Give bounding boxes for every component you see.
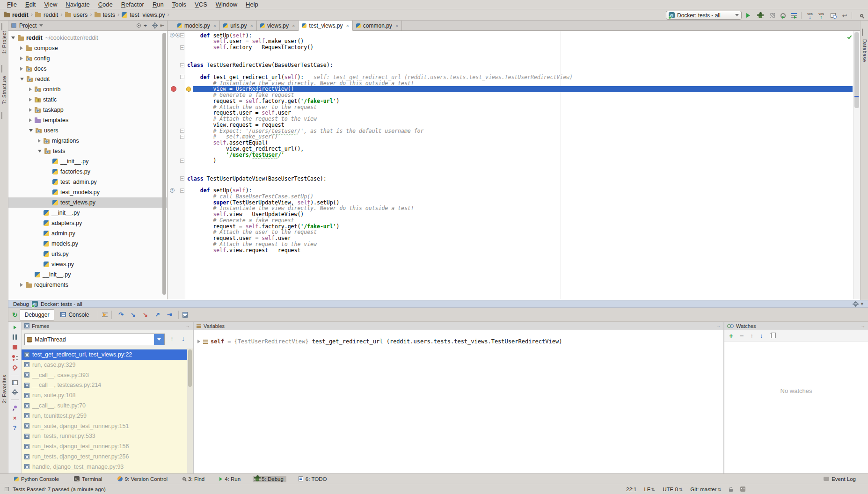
debug-button[interactable]	[756, 11, 765, 20]
panel-options-icon[interactable]: →	[861, 323, 865, 328]
breadcrumb-item[interactable]: tests	[95, 12, 115, 18]
stop-icon[interactable]	[13, 345, 17, 349]
frame-row[interactable]: run, tcunittest.py:259	[22, 411, 187, 421]
close-tab-icon[interactable]: ×	[250, 23, 253, 29]
step-into-icon[interactable]: ↘	[128, 311, 138, 318]
lock-icon[interactable]	[729, 489, 733, 492]
intention-bulb-icon[interactable]	[186, 87, 191, 91]
menu-item-vcs[interactable]: VCS	[190, 0, 212, 9]
chevron-collapsed-icon[interactable]	[29, 98, 32, 102]
show-execution-point-icon[interactable]	[102, 312, 108, 317]
frame-row[interactable]: run, suite.py:108	[22, 390, 187, 400]
tree-row[interactable]: test_models.py	[8, 187, 167, 197]
collapse-all-icon[interactable]: ÷	[144, 23, 147, 29]
fold-marker[interactable]: −	[180, 63, 184, 67]
tree-row[interactable]: users	[8, 125, 167, 136]
tree-row[interactable]: requirements	[8, 280, 167, 290]
profiler-button[interactable]	[779, 11, 787, 20]
tree-row[interactable]: reddit~/cookiecutter/reddit	[8, 33, 167, 43]
status-widget-utf-8[interactable]: UTF-8⇅	[663, 487, 683, 492]
gear-icon[interactable]	[853, 302, 858, 306]
pause-icon[interactable]	[13, 334, 17, 340]
step-out-icon[interactable]: ↗	[152, 311, 162, 318]
tool-window-button-5-debug[interactable]: 5: Debug	[253, 476, 286, 482]
chevron-expanded-icon[interactable]	[29, 129, 33, 132]
menu-item-tools[interactable]: Tools	[168, 0, 190, 9]
search-everywhere-icon[interactable]	[857, 11, 866, 20]
frame-row[interactable]: run_tests, django_test_runner.py:156	[22, 441, 187, 451]
status-widget-22-1[interactable]: 22:1	[626, 487, 636, 492]
move-watch-down-icon[interactable]: ↓	[760, 332, 763, 339]
tree-row[interactable]: views.py	[8, 259, 167, 269]
code-line[interactable]: self.view.request = request	[185, 247, 853, 254]
tree-row[interactable]: docs	[8, 64, 167, 74]
menu-item-help[interactable]: Help	[241, 0, 263, 9]
thread-select[interactable]: MainThread	[24, 334, 165, 345]
chevron-collapsed-icon[interactable]	[29, 87, 32, 91]
tree-row[interactable]: __init__.py	[8, 208, 167, 218]
editor-tab[interactable]: test_views.py×	[299, 21, 352, 31]
tree-row[interactable]: factories.py	[8, 167, 167, 177]
chevron-expanded-icon[interactable]	[11, 36, 15, 39]
chevron-collapsed-icon[interactable]	[29, 108, 32, 112]
chevron-collapsed-icon[interactable]	[20, 283, 23, 287]
method-marker-down-icon[interactable]: ↓	[175, 33, 180, 37]
frame-row[interactable]: __call__, testcases.py:214	[22, 380, 187, 390]
mute-breakpoints-icon[interactable]	[13, 365, 17, 370]
breadcrumb-item[interactable]: reddit	[35, 12, 58, 18]
pin-tab-icon[interactable]	[12, 405, 18, 411]
close-icon[interactable]: ×	[13, 416, 17, 421]
tool-window-button-python-console[interactable]: Python Console	[11, 476, 62, 482]
breadcrumb-item[interactable]: reddit	[4, 12, 29, 18]
tree-row[interactable]: tests	[8, 146, 167, 156]
menu-item-navigate[interactable]: Navigate	[61, 0, 94, 9]
tree-row[interactable]: models.py	[8, 239, 167, 249]
menu-item-run[interactable]: Run	[148, 0, 168, 9]
tree-row[interactable]: contrib	[8, 84, 167, 94]
fold-marker[interactable]: −	[180, 33, 184, 37]
concurrency-diagram-button[interactable]	[790, 11, 798, 20]
panel-options-icon[interactable]: →	[716, 323, 721, 328]
tool-window-button-9-version-control[interactable]: 9: Version Control	[115, 476, 170, 482]
rerun-icon[interactable]: ↻	[12, 312, 18, 318]
chevron-collapsed-icon[interactable]	[20, 46, 23, 50]
tool-button-structure[interactable]: 7: Structure	[1, 76, 7, 104]
chevron-collapsed-icon[interactable]	[38, 139, 41, 143]
locate-file-icon[interactable]	[137, 23, 141, 28]
chevron-down-icon[interactable]	[39, 24, 43, 29]
breadcrumb-item[interactable]: users	[65, 12, 88, 18]
error-stripe[interactable]	[853, 31, 860, 299]
editor-tab[interactable]: urls.py×	[220, 21, 257, 30]
editor-tab[interactable]: views.py×	[257, 21, 299, 30]
status-widget-git-master[interactable]: Git: master⇅	[690, 487, 722, 492]
fold-marker[interactable]: −	[180, 45, 184, 50]
tree-row[interactable]: taskapp	[8, 105, 167, 115]
tool-window-button-6-todo[interactable]: 6: TODO	[296, 476, 330, 482]
step-over-icon[interactable]: ↷	[116, 311, 126, 318]
close-tab-icon[interactable]: ×	[346, 23, 349, 29]
method-marker-up-icon[interactable]: ↑	[170, 33, 175, 37]
tool-button-project[interactable]: 1: Project	[1, 31, 7, 54]
code-line[interactable]: )	[185, 158, 853, 164]
menu-item-window[interactable]: Window	[212, 0, 241, 9]
remove-watch-icon[interactable]: −	[740, 332, 744, 340]
tool-button-favorites[interactable]: 2: Favorites	[1, 375, 7, 403]
settings-gear-icon[interactable]	[13, 390, 17, 394]
undo-button[interactable]: ↩	[840, 11, 849, 20]
run-configuration-select[interactable]: Docker: tests - all	[666, 11, 742, 20]
status-widget-lf[interactable]: LF⇅	[644, 487, 655, 492]
gear-icon[interactable]	[153, 23, 157, 28]
vcs-commit-button[interactable]: VCS↑	[817, 11, 825, 20]
editor-body[interactable]: def setUp(self): self.user = self.make_u…	[168, 31, 860, 299]
code-line[interactable]: class TestUserUpdateView(BaseUserTestCas…	[185, 176, 853, 182]
tool-window-button-3-find[interactable]: 3: Find	[180, 476, 207, 482]
chevron-collapsed-icon[interactable]	[197, 340, 200, 343]
tool-window-button-event-log[interactable]: Event Log	[821, 476, 859, 482]
thread-dropdown-button[interactable]	[154, 334, 164, 345]
chevron-collapsed-icon[interactable]	[29, 118, 32, 122]
close-tab-icon[interactable]: ×	[213, 23, 216, 29]
editor-tab[interactable]: models.py×	[174, 21, 220, 30]
project-panel-title[interactable]: Project	[19, 22, 36, 29]
frame-row[interactable]: run, case.py:329	[22, 360, 187, 370]
fold-marker[interactable]: −	[180, 135, 184, 139]
